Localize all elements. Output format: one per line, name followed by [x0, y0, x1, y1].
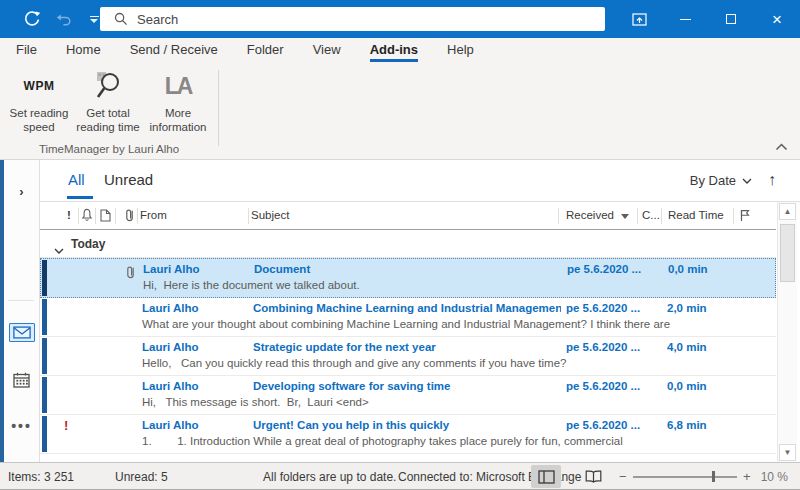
window-controls: × [616, 0, 800, 38]
message-list-pane: All Unread By Date ↑ ! From Subject Rece… [40, 160, 800, 462]
btn-label-line: Get total [86, 107, 129, 119]
column-reminder bell-icon[interactable] [81, 208, 93, 224]
undo-icon[interactable] [54, 9, 74, 29]
tab-view[interactable]: View [313, 38, 341, 62]
tab-home[interactable]: Home [66, 38, 101, 62]
search-bar[interactable] [100, 7, 605, 31]
minimize-button[interactable] [662, 0, 708, 38]
email-preview: 1. 1. Introduction While a great deal of… [142, 435, 687, 447]
email-sender: Lauri Alho [142, 380, 247, 392]
scrollbar-thumb[interactable] [780, 224, 795, 282]
email-sender: Lauri Alho [142, 302, 247, 314]
email-received: pe 5.6.2020 ... [566, 341, 654, 353]
maximize-button[interactable] [708, 0, 754, 38]
zoom-in-button[interactable]: + [743, 469, 751, 484]
navigation-sidebar: › ••• [4, 160, 40, 462]
sort-descending-icon [621, 214, 629, 219]
tab-add-ins[interactable]: Add-ins [370, 38, 418, 62]
close-button[interactable]: × [754, 0, 800, 38]
tab-send-receive[interactable]: Send / Receive [130, 38, 218, 62]
attachment paperclip-icon [125, 265, 136, 283]
zoom-level[interactable]: 10 % [761, 470, 788, 484]
more-information-button[interactable]: LA Moreinformation [142, 68, 214, 142]
set-reading-speed-button[interactable]: WPM Set readingspeed [3, 68, 75, 142]
tab-file[interactable]: File [16, 38, 37, 62]
column-item-type page-icon[interactable] [100, 209, 111, 224]
header-separator [78, 208, 79, 224]
sidebar-item-mail[interactable] [4, 323, 39, 342]
column-read-time[interactable]: Read Time [668, 209, 724, 221]
email-received: pe 5.6.2020 ... [567, 263, 655, 275]
triangle-down-icon: ▼ [784, 448, 792, 457]
email-row[interactable]: Lauri Alho Document pe 5.6.2020 ... 0,0 … [40, 258, 776, 298]
email-read-time: 6,8 min [667, 419, 727, 431]
scroll-down-button[interactable]: ▼ [779, 444, 796, 461]
column-received-label: Received [566, 209, 614, 221]
items-count: Items: 3 251 [8, 470, 74, 484]
email-preview: What are your thought about combining Ma… [142, 318, 687, 330]
header-separator [637, 208, 638, 224]
send-receive-sync-icon[interactable] [22, 9, 42, 29]
header-separator [248, 208, 249, 224]
ribbon-group-separator [218, 70, 219, 146]
unread-indicator-bar [42, 299, 47, 335]
sort-label: By Date [690, 173, 736, 188]
search-input[interactable] [137, 12, 557, 27]
email-subject: Developing software for saving time [253, 380, 561, 392]
get-total-reading-time-button[interactable]: Get totalreading time [72, 68, 144, 142]
sort-by-date-dropdown[interactable]: By Date [690, 173, 752, 188]
zoom-out-button[interactable]: − [619, 469, 627, 484]
column-received[interactable]: Received [566, 209, 629, 221]
group-header-today[interactable]: Today [40, 230, 776, 258]
column-importance[interactable]: ! [67, 209, 71, 221]
email-read-time: 0,0 min [667, 380, 727, 392]
header-separator [115, 208, 116, 224]
normal-view-button[interactable] [531, 465, 561, 488]
sidebar-item-more[interactable]: ••• [4, 418, 39, 434]
column-category[interactable]: C... [642, 209, 660, 221]
reading-view-button[interactable] [578, 465, 608, 488]
triangle-up-icon: ▲ [784, 207, 792, 216]
high-importance-icon: ! [64, 418, 68, 433]
search-icon [114, 12, 128, 26]
email-read-time: 2,0 min [667, 302, 727, 314]
arrow-up-icon: ↑ [768, 171, 776, 188]
email-row[interactable]: Lauri Alho Combining Machine Learning an… [40, 298, 776, 337]
sidebar-item-calendar[interactable] [4, 372, 39, 388]
header-separator [661, 208, 662, 224]
scroll-up-button[interactable]: ▲ [779, 203, 796, 220]
filter-tab-unread[interactable]: Unread [104, 171, 153, 188]
split-pane-icon [538, 470, 555, 484]
column-attachment paperclip-icon[interactable] [124, 208, 135, 224]
column-flag flag-icon[interactable] [739, 209, 751, 224]
vertical-scrollbar[interactable]: ▲ ▼ [777, 202, 797, 462]
collapse-ribbon-icon[interactable] [775, 137, 788, 155]
email-subject: Urgent! Can you help in this quickly [253, 419, 561, 431]
btn-label-line: information [150, 121, 207, 133]
status-bar: Items: 3 251 Unread: 5 All folders are u… [0, 462, 800, 490]
header-separator [137, 208, 138, 224]
sidebar-divider [8, 300, 34, 301]
column-from[interactable]: From [140, 209, 167, 221]
header-separator [95, 208, 96, 224]
group-label: Today [71, 237, 105, 251]
email-sender: Lauri Alho [142, 419, 247, 431]
email-row[interactable]: Lauri Alho Strategic update for the next… [40, 337, 776, 376]
expand-folder-pane-button[interactable]: › [4, 184, 39, 199]
email-row[interactable]: ! Lauri Alho Urgent! Can you help in thi… [40, 415, 776, 454]
column-subject[interactable]: Subject [251, 209, 289, 221]
tab-help[interactable]: Help [447, 38, 474, 62]
mail-icon [9, 323, 35, 342]
zoom-slider-track[interactable] [633, 476, 737, 478]
ribbon-group-title: TimeManager by Lauri Alho [0, 143, 218, 155]
email-sender: Lauri Alho [143, 263, 248, 275]
sort-direction-button[interactable]: ↑ [768, 171, 776, 189]
ribbon-display-options-icon[interactable] [616, 0, 662, 38]
chevron-right-icon: › [19, 184, 23, 199]
email-row[interactable]: Lauri Alho Developing software for savin… [40, 376, 776, 415]
zoom-slider-thumb[interactable] [712, 471, 715, 482]
ribbon-tab-bar: File Home Send / Receive Folder View Add… [0, 38, 800, 62]
filter-tab-all[interactable]: All [68, 171, 85, 188]
wpm-badge-icon: WPM [24, 79, 55, 93]
tab-folder[interactable]: Folder [247, 38, 284, 62]
